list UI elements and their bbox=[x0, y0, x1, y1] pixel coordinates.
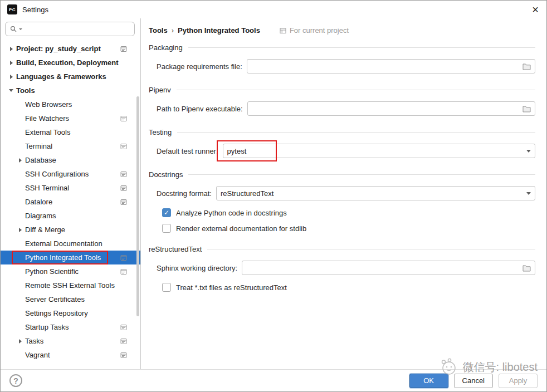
input-sphinx-working-directory[interactable] bbox=[246, 264, 522, 272]
sidebar-item-ssh-terminal[interactable]: SSH Terminal bbox=[1, 181, 140, 195]
sidebar-item-build-execution-deployment[interactable]: Build, Execution, Deployment bbox=[1, 56, 140, 70]
checkbox-label: Analyze Python code in docstrings bbox=[176, 209, 287, 217]
sidebar-item-server-certificates[interactable]: Server Certificates bbox=[1, 292, 140, 306]
section-divider bbox=[177, 132, 535, 133]
row-badge-icon bbox=[120, 254, 127, 261]
breadcrumb-tools[interactable]: Tools bbox=[149, 26, 168, 35]
checkbox-treat-txt-files-as-restructuredtext[interactable] bbox=[162, 283, 171, 292]
sidebar-item-file-watchers[interactable]: File Watchers bbox=[1, 111, 140, 125]
field-label: Package requirements file: bbox=[157, 62, 242, 71]
chevron-down-icon bbox=[526, 150, 531, 153]
dropdown-default-test-runner[interactable]: pytest bbox=[223, 144, 535, 158]
breadcrumb: Tools › Python Integrated Tools For curr… bbox=[149, 26, 535, 35]
footer: ? OK Cancel Apply bbox=[1, 369, 546, 391]
row-badge-icon bbox=[120, 268, 127, 275]
section-divider bbox=[207, 249, 535, 249]
sidebar-item-external-documentation[interactable]: External Documentation bbox=[1, 237, 140, 251]
settings-search-input[interactable] bbox=[25, 25, 130, 33]
chevron-right-icon[interactable] bbox=[15, 158, 25, 163]
sidebar-item-external-tools[interactable]: External Tools bbox=[1, 125, 140, 139]
sidebar-item-label: Languages & Frameworks bbox=[16, 72, 106, 81]
row-badge-icon bbox=[120, 199, 127, 205]
section-testing: TestingDefault test runner:pytest bbox=[149, 128, 535, 158]
dropdown-docstring-format[interactable]: reStructuredText bbox=[216, 186, 535, 200]
sidebar-item-ssh-configurations[interactable]: SSH Configurations bbox=[1, 167, 140, 181]
folder-browse-icon[interactable] bbox=[522, 63, 531, 70]
window-title: Settings bbox=[22, 6, 48, 14]
field-label: Path to Pipenv executable: bbox=[157, 105, 243, 113]
section-docstrings: DocstringsDocstring format:reStructuredT… bbox=[149, 170, 535, 233]
section-header-testing: Testing bbox=[149, 128, 535, 136]
checkbox-analyze-python-code-in-docstrings[interactable]: ✓ bbox=[162, 208, 171, 217]
input-path-to-pipenv-executable[interactable] bbox=[252, 105, 522, 113]
cancel-button[interactable]: Cancel bbox=[454, 374, 493, 388]
section-title: Docstrings bbox=[149, 170, 183, 179]
sidebar-item-datalore[interactable]: Datalore bbox=[1, 195, 140, 209]
field-row-default-test-runner: Default test runner:pytest bbox=[157, 144, 535, 158]
row-badge-icon bbox=[120, 352, 127, 359]
checkbox-row-treat-txt-files-as-restructuredtext: Treat *.txt files as reStructuredText bbox=[162, 283, 535, 292]
folder-browse-icon[interactable] bbox=[522, 264, 531, 272]
sidebar-item-label: Server Certificates bbox=[25, 295, 85, 303]
sidebar-item-terminal[interactable]: Terminal bbox=[1, 139, 140, 153]
section-restructuredtext: reStructuredTextSphinx working directory… bbox=[149, 245, 535, 292]
sidebar-item-vagrant[interactable]: Vagrant bbox=[1, 348, 140, 362]
sidebar-item-label: Remote SSH External Tools bbox=[25, 281, 115, 290]
row-badge-icon bbox=[120, 171, 127, 178]
row-badge-icon bbox=[120, 338, 127, 345]
sidebar-item-tools[interactable]: Tools bbox=[1, 84, 140, 97]
chevron-right-icon[interactable] bbox=[6, 47, 16, 51]
sidebar-item-label: Diff & Merge bbox=[25, 226, 65, 234]
sidebar-item-tasks[interactable]: Tasks bbox=[1, 334, 140, 348]
close-icon[interactable]: × bbox=[532, 4, 539, 15]
sidebar-item-label: Build, Execution, Deployment bbox=[16, 58, 118, 67]
settings-tree: Project: py_study_scriptBuild, Execution… bbox=[1, 42, 140, 362]
sidebar-item-label: External Tools bbox=[25, 128, 70, 136]
sidebar-item-python-integrated-tools[interactable]: Python Integrated Tools bbox=[1, 251, 140, 264]
project-scope-icon bbox=[280, 27, 286, 34]
sidebar-item-web-browsers[interactable]: Web Browsers bbox=[1, 97, 140, 111]
sidebar-item-python-scientific[interactable]: Python Scientific bbox=[1, 264, 140, 278]
chevron-right-icon[interactable] bbox=[6, 75, 16, 79]
field-label: Default test runner: bbox=[157, 147, 218, 155]
input-package-requirements-file[interactable] bbox=[251, 62, 522, 71]
folder-browse-icon[interactable] bbox=[522, 105, 531, 112]
scope-indicator: For current project bbox=[280, 26, 349, 35]
pycharm-logo-icon: PC bbox=[7, 4, 17, 14]
sidebar-item-label: Settings Repository bbox=[25, 309, 88, 317]
sidebar-item-label: Datalore bbox=[25, 198, 52, 206]
field-label: Docstring format: bbox=[157, 189, 212, 198]
main-panel: Tools › Python Integrated Tools For curr… bbox=[141, 18, 546, 369]
sidebar-item-remote-ssh-external-tools[interactable]: Remote SSH External Tools bbox=[1, 278, 140, 292]
sidebar: Project: py_study_scriptBuild, Execution… bbox=[1, 18, 141, 369]
sidebar-item-project-py-study-script[interactable]: Project: py_study_script bbox=[1, 42, 140, 56]
settings-search-box[interactable] bbox=[5, 22, 135, 36]
sidebar-item-languages-frameworks[interactable]: Languages & Frameworks bbox=[1, 70, 140, 84]
sidebar-item-label: Python Integrated Tools bbox=[25, 253, 101, 262]
field-row-docstring-format: Docstring format:reStructuredText bbox=[157, 186, 535, 200]
row-badge-icon bbox=[120, 46, 127, 52]
search-history-arrow-icon[interactable] bbox=[19, 28, 22, 32]
sidebar-item-diagrams[interactable]: Diagrams bbox=[1, 209, 140, 223]
dropdown-value: pytest bbox=[227, 147, 526, 155]
ok-button[interactable]: OK bbox=[409, 374, 448, 388]
checkbox-label: Render external documentation for stdlib bbox=[176, 224, 306, 233]
sidebar-item-label: Vagrant bbox=[25, 351, 50, 359]
footer-buttons: OK Cancel Apply bbox=[409, 374, 538, 388]
sidebar-item-startup-tasks[interactable]: Startup Tasks bbox=[1, 320, 140, 334]
chevron-right-icon[interactable] bbox=[15, 228, 25, 232]
sidebar-item-label: Startup Tasks bbox=[25, 323, 69, 331]
search-icon bbox=[10, 26, 17, 32]
sidebar-item-settings-repository[interactable]: Settings Repository bbox=[1, 306, 140, 320]
settings-sections: PackagingPackage requirements file:Pipen… bbox=[149, 43, 535, 292]
chevron-down-icon[interactable] bbox=[6, 89, 16, 92]
chevron-right-icon[interactable] bbox=[6, 61, 16, 65]
sidebar-item-database[interactable]: Database bbox=[1, 153, 140, 167]
checkbox-render-external-documentation-for-stdlib[interactable] bbox=[162, 224, 171, 233]
chevron-right-icon[interactable] bbox=[15, 339, 25, 344]
sidebar-item-diff-merge[interactable]: Diff & Merge bbox=[1, 223, 140, 237]
help-button[interactable]: ? bbox=[9, 374, 22, 387]
textfield-sphinx-working-directory bbox=[242, 261, 535, 275]
sidebar-scrollbar[interactable] bbox=[136, 96, 139, 316]
apply-button[interactable]: Apply bbox=[499, 374, 538, 388]
